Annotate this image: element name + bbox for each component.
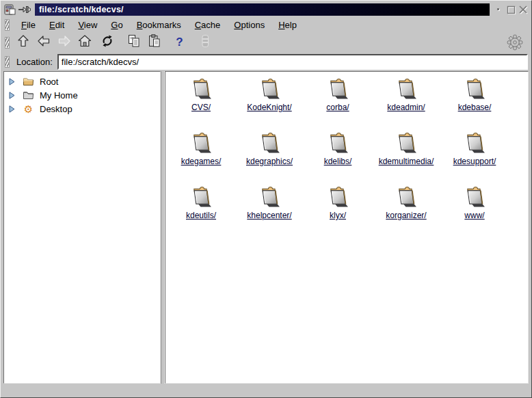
statusbar <box>3 385 529 395</box>
folder-item-kdeadmin[interactable]: kdeadmin/ <box>372 77 440 131</box>
reload-button[interactable] <box>98 34 116 51</box>
folder-item-cvs[interactable]: CVS/ <box>167 77 235 131</box>
back-icon <box>36 34 51 51</box>
folder-icon <box>189 185 213 211</box>
app-icon[interactable] <box>3 3 16 15</box>
folder-icon <box>189 131 213 157</box>
sidebar-item-root[interactable]: Root <box>4 75 160 88</box>
close-button[interactable] <box>517 4 529 15</box>
toolbar-items: ? <box>14 34 217 51</box>
folder-link[interactable]: www/ <box>464 211 484 221</box>
folder-icon <box>394 131 418 157</box>
stop-button <box>196 34 213 51</box>
expand-arrow-icon[interactable] <box>9 78 16 85</box>
window-title: file:/scratch/kdecvs/ <box>35 3 490 16</box>
stop-icon <box>198 34 213 51</box>
menu-edit[interactable]: Edit <box>42 18 71 31</box>
help-button[interactable]: ? <box>171 34 188 51</box>
folder-link[interactable]: khelpcenter/ <box>247 211 291 221</box>
up-icon <box>16 34 31 51</box>
tree-item-label: Root <box>40 77 58 87</box>
toolbar: ? <box>3 33 529 52</box>
folder-item-www[interactable]: www/ <box>440 185 509 239</box>
folder-item-kdegraphics[interactable]: kdegraphics/ <box>235 131 304 185</box>
folder-item-kdeutils[interactable]: kdeutils/ <box>167 185 235 239</box>
home-button[interactable] <box>76 34 93 51</box>
expand-arrow-icon[interactable] <box>9 105 16 113</box>
menu-cache[interactable]: Cache <box>188 18 228 31</box>
copy-icon <box>127 34 142 51</box>
folder-item-khelpcenter[interactable]: khelpcenter/ <box>235 185 304 239</box>
minimize-button[interactable] <box>492 4 505 15</box>
folder-link[interactable]: korganizer/ <box>386 211 426 221</box>
folder-icon <box>462 185 487 211</box>
kde-gear-logo-icon[interactable] <box>506 34 524 51</box>
forward-icon <box>57 34 72 51</box>
tree-item-label: My Home <box>40 90 78 101</box>
window-title-text: file:/scratch/kdecvs/ <box>39 5 124 14</box>
kfm-window: file:/scratch/kdecvs/ FileEditViewGoBook… <box>0 0 532 398</box>
menu-bookmarks[interactable]: Bookmarks <box>130 18 188 31</box>
folder-item-kdebase[interactable]: kdebase/ <box>440 77 509 131</box>
folder-icon <box>325 77 350 103</box>
menu-help[interactable]: Help <box>271 18 304 31</box>
pin-icon[interactable] <box>18 3 31 15</box>
menu-go[interactable]: Go <box>104 18 129 31</box>
folder-item-kodeknight[interactable]: KodeKnight/ <box>235 77 304 131</box>
menu-file[interactable]: File <box>14 18 42 31</box>
location-input[interactable] <box>57 54 528 70</box>
menu-items: FileEditViewGoBookmarksCacheOptionsHelp <box>14 18 304 31</box>
maximize-button[interactable] <box>505 4 517 15</box>
folder-link[interactable]: kdesupport/ <box>453 157 496 167</box>
folder-link[interactable]: kdegraphics/ <box>246 157 293 167</box>
sidebar-item-my-home[interactable]: My Home <box>4 88 160 102</box>
titlebar[interactable]: file:/scratch/kdecvs/ <box>3 2 529 16</box>
folder-icon <box>189 77 213 103</box>
expand-arrow-icon[interactable] <box>9 92 16 99</box>
folder-link[interactable]: KodeKnight/ <box>247 103 291 113</box>
menubar-grip-handle[interactable] <box>5 19 10 31</box>
location-label: Location: <box>16 57 53 67</box>
folder-item-klyx[interactable]: klyx/ <box>304 185 372 239</box>
sidebar-item-desktop[interactable]: ⚙Desktop <box>4 102 160 116</box>
folder-item-kdemultimedia[interactable]: kdemultimedia/ <box>372 131 440 185</box>
folder-link[interactable]: kdelibs/ <box>324 157 352 167</box>
back-button[interactable] <box>35 34 52 51</box>
folder-grid: CVS/KodeKnight/corba/kdeadmin/kdebase/kd… <box>165 72 528 239</box>
paste-icon <box>147 34 162 51</box>
desktop-gear-icon: ⚙ <box>22 104 35 114</box>
menu-options[interactable]: Options <box>227 18 271 31</box>
tree-item-label: Desktop <box>40 104 72 114</box>
copy-button[interactable] <box>125 34 142 51</box>
folder-icon <box>257 131 282 157</box>
folder-link[interactable]: kdeutils/ <box>186 211 216 221</box>
paste-button[interactable] <box>146 34 163 51</box>
location-bar: Location: <box>3 53 529 70</box>
folder-item-kdelibs[interactable]: kdelibs/ <box>304 131 372 185</box>
home-icon <box>77 34 92 51</box>
folder-link[interactable]: kdebase/ <box>458 103 492 113</box>
folder-view: CVS/KodeKnight/corba/kdeadmin/kdebase/kd… <box>165 71 529 384</box>
toolbar-grip-handle[interactable] <box>5 37 10 49</box>
up-button[interactable] <box>14 34 31 51</box>
folder-icon <box>462 131 487 157</box>
tree-panel: RootMy Home⚙Desktop <box>3 71 161 384</box>
folder-link[interactable]: corba/ <box>326 103 349 113</box>
folder-link[interactable]: kdeadmin/ <box>387 103 425 113</box>
folder-link[interactable]: kdegames/ <box>181 157 222 167</box>
folder-link[interactable]: CVS/ <box>191 103 211 113</box>
folder-link[interactable]: klyx/ <box>330 211 346 221</box>
folder-item-korganizer[interactable]: korganizer/ <box>372 185 440 239</box>
folder-grey-icon <box>22 90 35 100</box>
folder-icon <box>394 77 418 103</box>
locationbar-grip-handle[interactable] <box>5 56 10 68</box>
folder-icon <box>394 185 418 211</box>
reload-icon <box>100 34 115 51</box>
folder-item-kdegames[interactable]: kdegames/ <box>167 131 235 185</box>
menu-view[interactable]: View <box>71 18 104 31</box>
folder-item-kdesupport[interactable]: kdesupport/ <box>440 131 509 185</box>
folder-link[interactable]: kdemultimedia/ <box>379 157 434 167</box>
folder-item-corba[interactable]: corba/ <box>304 77 372 131</box>
folder-icon <box>257 185 282 211</box>
folder-icon <box>257 77 282 103</box>
